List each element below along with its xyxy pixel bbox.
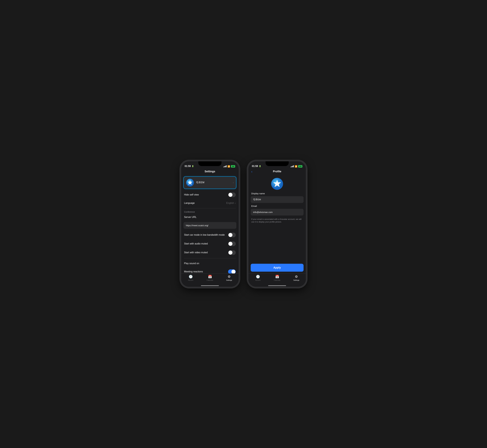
phone-profile: 01:59 🔋 📶 100 ‹ Profile [248,161,306,287]
home-indicator-2 [248,286,306,287]
profile-title: Profile [273,170,281,173]
avatar-img [186,179,194,186]
email-label: Email [248,205,306,208]
server-url-row: Server URL [181,214,239,222]
audio-muted-label: Start with audio muted [184,242,228,245]
language-value: English [226,202,234,204]
status-time-2: 01:59 🔋 [252,165,261,168]
calendar-icon-1: 📅 [208,275,212,279]
status-right-2: 📶 100 [291,165,302,168]
language-row[interactable]: Language English › [181,199,239,207]
settings-icon-1: ⚙ [228,275,231,279]
notch-2 [266,161,289,166]
signal-icon-2 [291,165,294,167]
settings-icon-2: ⚙ [295,275,298,279]
car-mode-toggle[interactable] [228,233,236,237]
profile-scroll[interactable]: Display name Email If your email is asso… [248,175,306,262]
car-mode-label: Start car mode in low bandwidth mode [184,233,228,236]
language-chevron-icon: › [235,202,236,204]
audio-muted-toggle[interactable] [228,241,236,246]
meeting-reactions-row: Meeting reactions [181,267,239,273]
profile-avatar-section [248,175,306,192]
tab-recent-2[interactable]: 🕐 Recent [248,275,268,281]
notch [198,161,221,166]
settings-title: Settings [204,170,215,173]
tab-calendar-1[interactable]: 📅 Calendar [200,275,219,281]
toggle-thumb [228,193,232,197]
profile-row[interactable]: 毛哥EM › [183,176,236,189]
tab-recent-label-2: Recent [255,279,260,281]
settings-scroll[interactable]: 毛哥EM › Hide self view Language English ›… [181,175,239,273]
status-right-1: 📶 100 [223,165,235,168]
hide-self-view-row: Hide self view [181,190,239,199]
tab-calendar-label-2: Calendar [274,279,281,281]
calendar-icon-2: 📅 [275,275,279,279]
car-mode-row: Start car mode in low bandwidth mode [181,231,239,239]
back-button[interactable]: ‹ [251,170,252,174]
settings-screen: Settings [181,169,239,287]
hide-self-view-toggle[interactable] [228,192,236,197]
recent-icon-1: 🕐 [189,275,193,279]
apply-button[interactable]: Apply [251,264,304,272]
audio-muted-row: Start with audio muted [181,239,239,248]
profile-header: ‹ Profile [248,169,306,175]
language-label: Language [184,202,226,204]
play-sound-row: Play sound on [181,260,239,267]
email-input[interactable] [251,209,304,216]
phone-settings: 01:59 🔋 📶 100 Settings [181,161,239,287]
tab-settings-label-1: Settings [226,279,232,281]
profile-name: 毛哥EM [196,181,233,184]
avatar [186,179,194,186]
status-time-1: 01:59 🔋 [185,165,194,168]
home-indicator-1 [181,286,239,287]
profile-avatar-large [271,178,283,190]
video-muted-label: Start with video muted [184,251,228,254]
wifi-icon-1: 📶 [227,165,230,168]
tab-settings-label-2: Settings [293,279,299,281]
meeting-reactions-label: Meeting reactions [184,270,228,273]
tab-bar-2: 🕐 Recent 📅 Calendar ⚙ Settings [248,273,306,286]
tab-bar-1: 🕐 Recent 📅 Calendar ⚙ Settings [181,273,239,286]
tab-recent-label-1: Recent [188,279,193,281]
play-sound-label: Play sound on [184,262,236,265]
gravatar-helper-text: If your email is associated with a Grava… [248,217,306,226]
server-url-input[interactable]: https://meet.scaict.org/ [183,222,236,229]
display-name-label: Display name [248,192,306,196]
tab-settings-1[interactable]: ⚙ Settings [219,275,239,281]
settings-header: Settings [181,169,239,175]
server-url-label: Server URL [184,216,197,221]
tab-calendar-2[interactable]: 📅 Calendar [268,275,287,281]
recent-icon-2: 🕐 [256,275,260,279]
tab-calendar-label-1: Calendar [207,279,213,281]
battery-2: 100 [298,165,302,168]
hide-self-view-label: Hide self view [184,193,228,196]
chevron-right-icon: › [233,181,234,184]
display-name-input[interactable] [251,196,304,203]
divider-2 [184,258,236,258]
meeting-reactions-toggle[interactable] [228,269,236,273]
profile-screen: ‹ Profile Display n [248,169,306,287]
conference-section-label: Conference [181,209,239,214]
tab-settings-2[interactable]: ⚙ Settings [287,275,306,281]
signal-icon-1 [223,165,227,167]
battery-1: 100 [231,165,235,168]
wifi-icon-2: 📶 [295,165,297,168]
tab-recent-1[interactable]: 🕐 Recent [181,275,200,281]
video-muted-row: Start with video muted [181,248,239,257]
video-muted-toggle[interactable] [228,250,236,255]
